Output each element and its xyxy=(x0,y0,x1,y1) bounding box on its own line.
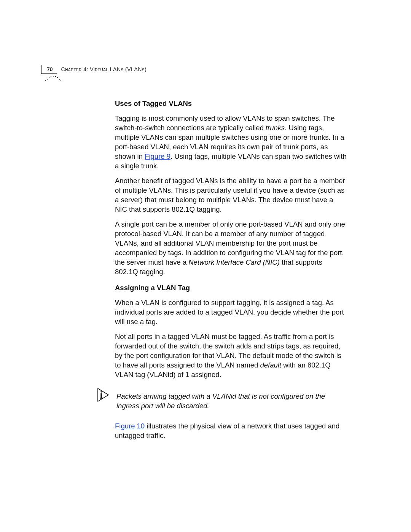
main-content: Uses of Tagged VLANs Tagging is most com… xyxy=(115,65,347,441)
running-header: 70 Chapter 4: Virtual LANs (VLANs) xyxy=(41,65,147,74)
page: 70 Chapter 4: Virtual LANs (VLANs) Uses … xyxy=(0,0,411,532)
figure-10-link[interactable]: Figure 10 xyxy=(115,422,145,430)
chapter-title: Chapter 4: Virtual LANs (VLANs) xyxy=(61,66,147,72)
svg-rect-11 xyxy=(100,393,102,398)
svg-point-7 xyxy=(59,79,60,80)
info-icon xyxy=(97,387,110,403)
section-heading-uses: Uses of Tagged VLANs xyxy=(115,99,347,109)
svg-point-3 xyxy=(51,76,51,77)
page-number: 70 xyxy=(41,65,57,74)
paragraph: A single port can be a member of only on… xyxy=(115,220,347,277)
paragraph: Another benefit of tagged VLANs is the a… xyxy=(115,176,347,214)
svg-point-6 xyxy=(57,77,58,78)
paragraph: When a VLAN is configured to support tag… xyxy=(115,298,347,327)
text-run: illustrates the physical view of a netwo… xyxy=(115,422,339,439)
section-heading-assigning: Assigning a VLAN Tag xyxy=(115,283,347,293)
paragraph: Not all ports in a tagged VLAN must be t… xyxy=(115,332,347,380)
svg-point-10 xyxy=(100,391,102,393)
figure-9-link[interactable]: Figure 9 xyxy=(145,152,170,160)
note-text: Packets arriving tagged with a VLANid th… xyxy=(116,392,347,411)
paragraph: Tagging is most commonly used to allow V… xyxy=(115,114,347,171)
svg-point-8 xyxy=(61,80,61,81)
svg-point-5 xyxy=(55,76,56,77)
emphasis-default: default xyxy=(260,361,282,369)
svg-point-1 xyxy=(47,79,48,80)
svg-rect-12 xyxy=(100,398,103,399)
svg-marker-9 xyxy=(98,388,108,401)
dotted-arc-icon xyxy=(45,75,62,82)
paragraph: Figure 10 illustrates the physical view … xyxy=(115,422,347,441)
info-note: Packets arriving tagged with a VLANid th… xyxy=(97,387,347,416)
emphasis-trunks: trunks xyxy=(266,124,285,132)
svg-point-2 xyxy=(49,77,49,78)
svg-point-0 xyxy=(45,80,46,81)
svg-point-4 xyxy=(53,76,54,77)
emphasis-nic: Network Interface Card (NIC) xyxy=(188,258,280,266)
